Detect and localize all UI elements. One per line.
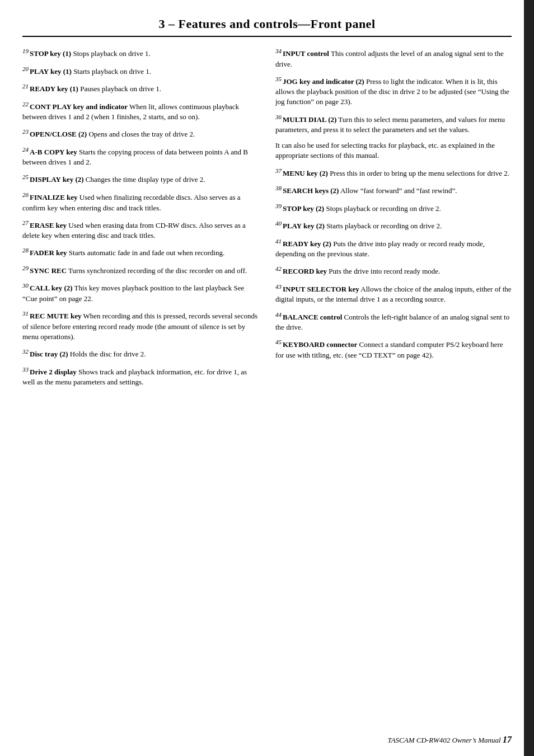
item-number: 31	[22, 310, 29, 317]
item-label: READY key (2)	[283, 240, 331, 248]
list-item: 33Drive 2 display Shows track and playba…	[22, 365, 259, 388]
list-item: 27ERASE key Used when erasing data from …	[22, 219, 259, 241]
item-number: 40	[275, 220, 282, 227]
item-text: Stops playback or recording on drive 2.	[324, 204, 441, 213]
item-text: Opens and closes the tray of drive 2.	[87, 130, 195, 139]
list-item: 21READY key (1) Pauses playback on drive…	[22, 82, 259, 95]
list-item: 24A-B COPY key Starts the copying proces…	[22, 145, 259, 168]
list-item: 44BALANCE control Controls the left-righ…	[275, 311, 512, 333]
item-number: 23	[22, 128, 29, 135]
page: 3 – Features and controls—Front panel 19…	[0, 0, 534, 756]
item-text: Starts playback or recording on drive 2.	[325, 222, 442, 231]
item-number: 41	[275, 238, 282, 245]
item-text: Changes the time display type of drive 2…	[84, 176, 205, 184]
item-number: 42	[275, 265, 282, 272]
item-text: Stops playback on drive 1.	[71, 49, 151, 58]
item-label: SYNC REC	[30, 266, 67, 275]
list-item: 43INPUT SELECTOR key Allows the choice o…	[275, 283, 512, 305]
item-number: 20	[22, 65, 29, 72]
list-item: 42RECORD key Puts the drive into record …	[275, 265, 512, 277]
list-item: 25DISPLAY key (2) Changes the time displ…	[22, 173, 259, 185]
item-text: Starts playback on drive 1.	[72, 67, 151, 76]
item-label: KEYBOARD connector	[283, 341, 357, 349]
list-item: 37MENU key (2) Press this in order to br…	[275, 167, 512, 179]
item-number: 21	[22, 83, 29, 90]
item-label: READY key (1)	[30, 84, 78, 93]
list-item: 30CALL key (2) This key moves playback p…	[22, 281, 259, 304]
item-label: CALL key (2)	[30, 284, 73, 293]
item-number: 22	[22, 101, 29, 107]
item-label: JOG key and indicator (2)	[283, 77, 364, 86]
list-item: 36MULTI DIAL (2) Turn this to select men…	[275, 113, 512, 135]
left-column: 19STOP key (1) Stops playback on drive 1…	[22, 47, 259, 393]
item-label: INPUT control	[283, 49, 329, 58]
list-item: 35JOG key and indicator (2) Press to lig…	[275, 75, 512, 107]
item-number: 30	[22, 282, 29, 289]
list-item: 22CONT PLAY key and indicator When lit, …	[22, 100, 259, 123]
item-text: It can also be used for selecting tracks…	[275, 141, 495, 159]
item-number: 25	[22, 173, 29, 180]
list-item: 34INPUT control This control adjusts the…	[275, 47, 512, 69]
item-text: Turns synchronized recording of the disc…	[67, 266, 247, 275]
item-label: OPEN/CLOSE (2)	[30, 130, 87, 139]
list-item: 39STOP key (2) Stops playback or recordi…	[275, 202, 512, 214]
item-label: DISPLAY key (2)	[30, 176, 84, 184]
item-number: 39	[275, 203, 282, 209]
content-columns: 19STOP key (1) Stops playback on drive 1…	[22, 47, 512, 393]
item-text: Allow “fast forward” and “fast rewind”.	[339, 187, 457, 195]
list-item: 29SYNC REC Turns synchronized recording …	[22, 264, 259, 276]
list-item: 23OPEN/CLOSE (2) Opens and closes the tr…	[22, 128, 259, 140]
item-number: 19	[22, 48, 29, 54]
item-label: PLAY key (2)	[283, 222, 325, 231]
item-number: 35	[275, 76, 282, 82]
list-item: 20PLAY key (1) Starts playback on drive …	[22, 65, 259, 77]
item-label: REC MUTE key	[30, 312, 81, 320]
footer-page: 17	[503, 735, 512, 744]
right-column: 34INPUT control This control adjusts the…	[275, 47, 512, 393]
footer: TASCAM CD-RW402 Owner’s Manual 17	[387, 735, 512, 745]
item-label: CONT PLAY key and indicator	[30, 102, 128, 111]
right-bar	[524, 0, 534, 756]
item-label: A-B COPY key	[30, 148, 77, 156]
item-label: PLAY key (1)	[30, 67, 72, 76]
item-number: 45	[275, 339, 282, 345]
list-item: 45KEYBOARD connector Connect a standard …	[275, 338, 512, 360]
item-number: 27	[22, 219, 29, 226]
item-number: 37	[275, 167, 282, 174]
item-number: 29	[22, 265, 29, 271]
item-label: Drive 2 display	[30, 368, 77, 376]
item-number: 33	[22, 366, 29, 373]
list-item: 26FINALIZE key Used when finalizing reco…	[22, 191, 259, 213]
item-label: STOP key (1)	[30, 49, 71, 58]
item-label: RECORD key	[283, 267, 327, 276]
list-item: 41READY key (2) Puts the drive into play…	[275, 237, 512, 260]
item-label: Disc tray (2)	[30, 350, 68, 358]
item-text: Pauses playback on drive 1.	[78, 84, 161, 93]
item-number: 43	[275, 283, 282, 290]
item-number: 24	[22, 146, 29, 153]
list-item: 32Disc tray (2) Holds the disc for drive…	[22, 348, 259, 360]
item-label: FINALIZE key	[30, 193, 78, 201]
item-text: Holds the disc for drive 2.	[68, 350, 146, 358]
item-label: FADER key	[30, 249, 67, 257]
list-item: 40PLAY key (2) Starts playback or record…	[275, 219, 512, 232]
item-number: 36	[275, 114, 282, 120]
list-item: 31REC MUTE key When recording and this i…	[22, 309, 259, 342]
item-number: 34	[275, 48, 282, 54]
item-number: 44	[275, 311, 282, 318]
item-number: 32	[22, 348, 29, 355]
item-label: BALANCE control	[283, 313, 342, 321]
footer-text: TASCAM CD-RW402 Owner’s Manual	[387, 736, 500, 744]
item-text: Starts automatic fade in and fade out wh…	[67, 249, 225, 257]
item-label: STOP key (2)	[283, 204, 324, 213]
list-item: It can also be used for selecting tracks…	[275, 140, 512, 161]
item-label: MENU key (2)	[283, 169, 328, 177]
page-title: 3 – Features and controls—Front panel	[22, 17, 512, 37]
item-number: 38	[275, 185, 282, 191]
item-label: SEARCH keys (2)	[283, 187, 339, 195]
item-label: INPUT SELECTOR key	[283, 285, 359, 293]
list-item: 28FADER key Starts automatic fade in and…	[22, 246, 259, 259]
item-label: MULTI DIAL (2)	[283, 115, 336, 124]
item-number: 28	[22, 247, 29, 253]
item-text: Press this in order to bring up the menu…	[328, 169, 509, 177]
